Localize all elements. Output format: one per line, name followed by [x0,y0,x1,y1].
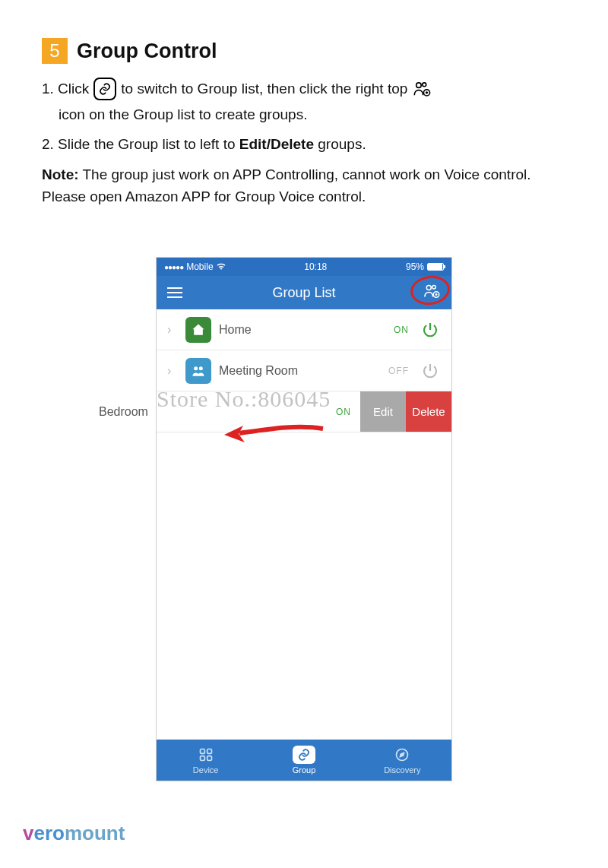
battery-icon [427,263,444,271]
app-navbar: Group List [157,276,451,309]
group-name: Home [219,323,386,337]
group-name: Bedroom [99,405,328,419]
list-item[interactable]: › Home ON [157,309,451,350]
section-header: 5 Group Control [42,38,566,64]
link-chain-icon [93,78,116,100]
instr1-part-b: to switch to Group list, then click the … [121,78,407,100]
delete-button[interactable]: Delete [406,391,451,432]
svg-rect-11 [207,756,211,761]
svg-point-4 [432,285,436,289]
group-tab-icon [293,746,315,764]
power-icon[interactable] [420,360,441,382]
tab-label: Discovery [384,765,420,775]
home-group-icon [185,317,211,343]
tab-group[interactable]: Group [255,740,353,781]
svg-rect-10 [200,756,204,761]
navbar-title: Group List [157,285,451,301]
veromount-logo: veromount [23,822,125,845]
tab-device[interactable]: Device [157,740,255,781]
chevron-right-icon: › [167,323,178,337]
tab-label: Group [293,765,316,775]
power-icon[interactable] [420,319,441,341]
instr2-part-a: 2. Slide the Group list to left to [42,136,239,152]
signal-dots-icon: ●●●●● [164,263,183,271]
step-number-badge: 5 [42,38,68,64]
phone-screenshot: ●●●●● Mobile 10:18 95% Group List › [156,257,452,781]
instr1-part-a: 1. Click [42,78,89,100]
instr2-part-b: groups. [314,136,366,152]
tab-label: Device [193,765,219,775]
tab-discovery[interactable]: Discovery [353,740,451,781]
status-bar: ●●●●● Mobile 10:18 95% [157,258,451,276]
add-group-icon[interactable] [423,282,441,304]
svg-rect-9 [207,749,211,754]
svg-rect-8 [200,749,204,754]
edit-button[interactable]: Edit [360,391,406,432]
group-name: Meeting Room [219,364,381,378]
svg-point-0 [416,83,422,88]
battery-percent: 95% [406,261,424,272]
section-title: Group Control [77,40,217,63]
state-label: ON [336,407,351,417]
instruction-2: 2. Slide the Group list to left to Edit/… [42,133,566,155]
note-body: The group just work on APP Controlling, … [42,166,531,204]
status-time: 10:18 [304,261,327,272]
state-label: ON [394,325,409,335]
svg-point-7 [199,366,203,370]
instr1-part-c: icon on the Group list to create groups. [59,106,307,122]
svg-point-6 [194,366,198,370]
svg-marker-13 [401,753,404,757]
note-label: Note: [42,166,79,182]
svg-point-3 [426,285,431,290]
instruction-1: 1. Click to switch to Group list, then c… [42,78,566,125]
group-list: › Home ON › Meeting Room OFF Bedroom [157,309,451,432]
carrier-label: Mobile [186,261,213,272]
group-add-icon [410,78,433,100]
device-tab-icon [198,746,214,764]
wifi-icon [217,262,226,271]
list-item-swiped[interactable]: Bedroom ON Edit Delete [157,391,451,432]
state-label: OFF [388,366,409,376]
chevron-right-icon: › [167,364,178,378]
meeting-group-icon [185,358,211,384]
note-block: Note: The group just work on APP Control… [42,163,566,208]
discovery-tab-icon [394,746,410,764]
tab-bar: Device Group Discovery [157,740,451,781]
list-item[interactable]: › Meeting Room OFF [157,350,451,391]
svg-point-1 [423,83,426,87]
instr2-bold: Edit/Delete [239,136,314,152]
